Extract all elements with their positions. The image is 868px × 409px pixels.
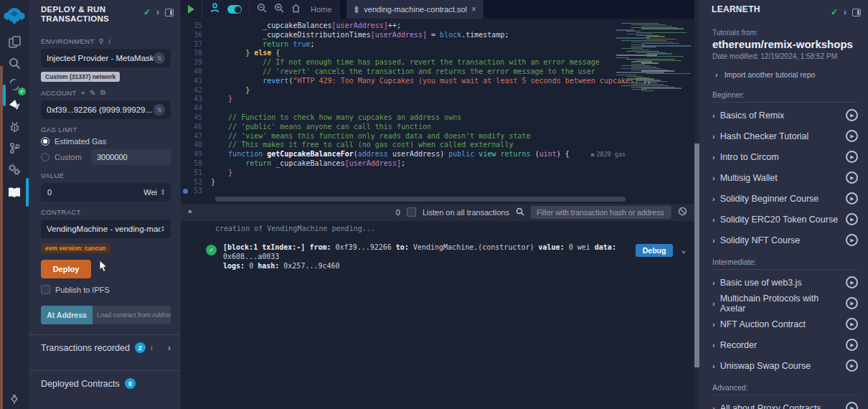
tutorial-expand-icon[interactable]: ›: [712, 341, 715, 349]
listen-all-checkbox[interactable]: [407, 207, 416, 217]
tutorial-item[interactable]: ›Uniswap Swap Course▶: [712, 355, 858, 376]
line-number[interactable]: 41: [181, 77, 211, 86]
tab-close-icon[interactable]: ×: [471, 4, 476, 14]
debugger-icon[interactable]: [6, 118, 23, 135]
tutorial-expand-icon[interactable]: ›: [712, 299, 715, 308]
tutorial-play-icon[interactable]: ▶: [846, 318, 858, 330]
tutorial-expand-icon[interactable]: ›: [712, 236, 715, 245]
panel-collapse-icon[interactable]: ›: [156, 7, 159, 17]
code-editor[interactable]: 35 _cupcakeBalances[userAddress]++;36 _c…: [181, 19, 694, 204]
learneth-book-icon[interactable]: [6, 184, 23, 201]
tutorial-item[interactable]: ›Hash Checker Tutorial▶: [712, 126, 858, 146]
tutorial-expand-icon[interactable]: ›: [712, 404, 715, 409]
search-icon[interactable]: [6, 55, 23, 72]
file-explorer-icon[interactable]: [6, 33, 23, 50]
value-unit-select[interactable]: Wei ▲▼: [138, 188, 171, 197]
tutorial-play-icon[interactable]: ▶: [846, 109, 858, 121]
line-number[interactable]: 50: [181, 159, 211, 169]
clear-console-icon[interactable]: [678, 206, 687, 219]
remix-logo[interactable]: [4, 6, 25, 27]
git-icon[interactable]: [6, 139, 23, 156]
tutorial-expand-icon[interactable]: ›: [712, 153, 715, 161]
custom-gas-option[interactable]: Custom 3000000: [41, 149, 171, 165]
line-number[interactable]: 52: [181, 178, 211, 187]
home-icon[interactable]: [291, 3, 301, 16]
transaction-entry[interactable]: ✓ [block:1 txIndex:-] from: 0xf39...9226…: [206, 243, 689, 271]
line-number[interactable]: 47: [181, 132, 211, 141]
tutorial-item[interactable]: ›NFT Auction Contract▶: [712, 314, 858, 334]
line-number[interactable]: 44: [181, 104, 211, 113]
tutorial-play-icon[interactable]: ▶: [846, 359, 858, 372]
editor-minimap[interactable]: [630, 23, 690, 92]
tutorial-item[interactable]: ›Basic use of web3.js▶: [712, 272, 858, 293]
solidity-compiler-icon[interactable]: ✓: [6, 76, 23, 93]
line-number[interactable]: 39: [181, 58, 211, 67]
line-number[interactable]: 45: [181, 113, 211, 123]
publish-ipfs-checkbox[interactable]: [41, 285, 50, 294]
line-number[interactable]: 48: [181, 141, 211, 150]
account-copy-icon[interactable]: ⇅: [154, 104, 165, 116]
line-number[interactable]: 36: [181, 31, 211, 40]
zoom-out-icon[interactable]: [257, 3, 267, 16]
zoom-in-icon[interactable]: [274, 3, 284, 16]
line-number[interactable]: 46: [181, 123, 211, 132]
line-number[interactable]: 40: [181, 67, 211, 77]
panel-pin-icon[interactable]: [165, 9, 174, 17]
tutorial-expand-icon[interactable]: ›: [712, 320, 715, 329]
tab-vending-machine-contract[interactable]: vending-machine-contract.sol ×: [346, 0, 483, 19]
line-number[interactable]: 49: [181, 150, 211, 159]
copy-account-icon[interactable]: ⧉: [100, 88, 106, 97]
tutorial-play-icon[interactable]: ▶: [846, 213, 858, 225]
tutorial-item[interactable]: ›All about Proxy Contracts▶: [712, 398, 858, 409]
publish-ipfs-option[interactable]: Publish to IPFS: [41, 285, 171, 294]
tutorial-expand-icon[interactable]: ›: [712, 111, 715, 120]
home-tab-label[interactable]: Home: [311, 5, 331, 14]
tutorial-play-icon[interactable]: ▶: [846, 276, 858, 288]
at-address-button[interactable]: At Address: [41, 306, 93, 324]
deployed-contracts-row[interactable]: Deployed Contracts 0: [29, 370, 181, 396]
tutorial-item[interactable]: ›Solidity NFT Course▶: [712, 230, 858, 250]
environment-select[interactable]: Injected Provider - MetaMask ⇅: [41, 49, 171, 67]
line-number[interactable]: 43: [181, 95, 211, 104]
custom-gas-input[interactable]: 3000000: [91, 149, 171, 165]
value-stepper[interactable]: ▲▼: [161, 189, 165, 196]
line-number[interactable]: 37: [181, 40, 211, 50]
tutorial-play-icon[interactable]: ▶: [846, 339, 858, 351]
learneth-collapse-icon[interactable]: ›: [844, 7, 846, 17]
tutorial-item[interactable]: ›Multichain Protocols with Axelar▶: [712, 293, 858, 314]
line-number[interactable]: 35: [181, 22, 211, 31]
tutorial-expand-icon[interactable]: ›: [712, 362, 715, 370]
estimated-gas-radio[interactable]: [41, 137, 49, 146]
ai-copilot-icon[interactable]: [209, 3, 220, 16]
environment-copy-icon[interactable]: ⇅: [154, 52, 165, 64]
deploy-button[interactable]: Deploy: [41, 260, 91, 278]
value-input[interactable]: 0: [41, 188, 138, 197]
tutorial-item[interactable]: ›Multisig Wallet▶: [712, 167, 858, 188]
transactions-recorded-row[interactable]: Transactions recorded 2 i ›: [29, 334, 181, 360]
account-select[interactable]: 0xf39...92266 (9999.99929... ⇅: [41, 100, 171, 119]
line-number[interactable]: 38: [181, 49, 211, 58]
terminal-output[interactable]: creation of VendingMachine pending... ✓ …: [181, 221, 694, 409]
terminal-filter-input[interactable]: Filter with transaction hash or address: [531, 206, 671, 219]
contract-select[interactable]: VendingMachine - vending-machin ▲▼: [41, 220, 171, 238]
tutorial-expand-icon[interactable]: ›: [712, 174, 715, 182]
deploy-run-icon[interactable]: [6, 96, 23, 113]
tutorial-play-icon[interactable]: ▶: [846, 402, 858, 409]
learneth-pin-icon[interactable]: [852, 9, 861, 17]
tutorial-play-icon[interactable]: ▶: [846, 297, 858, 309]
line-number[interactable]: 51: [181, 169, 211, 178]
tutorial-expand-icon[interactable]: ›: [712, 132, 715, 141]
copilot-toggle[interactable]: [227, 5, 242, 14]
at-address-input[interactable]: Load contract from Addres: [93, 306, 171, 324]
sign-message-icon[interactable]: ✎: [90, 89, 96, 97]
tutorial-item[interactable]: ›Intro to Circom▶: [712, 146, 858, 167]
tutorial-play-icon[interactable]: ▶: [846, 151, 858, 163]
add-account-icon[interactable]: +: [81, 89, 85, 97]
custom-gas-radio[interactable]: [41, 153, 49, 161]
run-script-icon[interactable]: [188, 5, 194, 14]
scrollbar-thumb[interactable]: [694, 144, 699, 367]
panel-divider-scrollbar[interactable]: [694, 0, 699, 409]
tx-expand-icon[interactable]: ⌄: [681, 245, 686, 255]
tutorial-play-icon[interactable]: ▶: [846, 171, 858, 184]
tutorial-item[interactable]: ›Basics of Remix▶: [712, 105, 858, 126]
